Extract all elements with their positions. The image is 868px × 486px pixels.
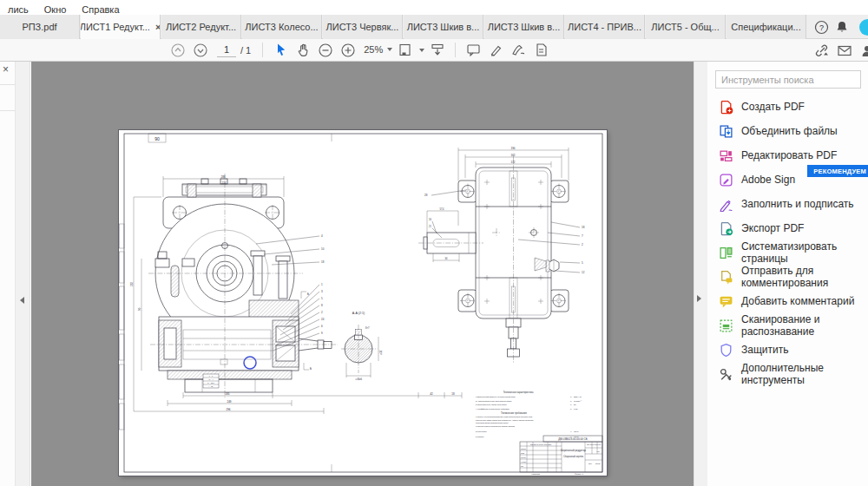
svg-text:2: 2	[321, 311, 323, 314]
document-tab[interactable]: ЛИСТ5 - Общ...	[646, 15, 726, 39]
svg-text:1 Степень точности изготовлени: 1 Степень точности изготовления червячно…	[476, 416, 533, 417]
adobe-sign-icon	[719, 173, 733, 187]
document-tab[interactable]: ЛИСТ3 Шкив в...	[484, 15, 564, 39]
svg-text:2: 2	[582, 243, 583, 246]
highlight-tool-button[interactable]	[484, 41, 507, 60]
profile-button[interactable]	[856, 41, 868, 60]
technical-notes: Техническая характеристика 1 Вращающий м…	[476, 391, 582, 438]
hand-icon	[296, 43, 311, 57]
chevron-down-icon	[419, 49, 424, 52]
svg-text:8×7: 8×7	[365, 326, 370, 330]
zoom-in-button[interactable]	[337, 41, 359, 60]
comment-bubble-icon	[466, 43, 481, 57]
sidebar-item-scan-ocr[interactable]: Сканирование и распознавание	[707, 313, 868, 338]
sidebar-item-add-comment[interactable]: Добавить комментарий	[707, 289, 868, 313]
create-pdf-icon	[719, 100, 733, 115]
highlighter-icon	[489, 43, 503, 57]
select-cursor-icon	[273, 43, 288, 57]
sidebar-item-send-for-comments[interactable]: Отправить для комментирования	[707, 265, 868, 289]
menu-item-truncated[interactable]: лись	[0, 4, 36, 15]
svg-text:Б: Б	[310, 367, 312, 371]
svg-text:224: 224	[221, 181, 226, 185]
svg-text:34: 34	[445, 257, 448, 260]
document-tab-active[interactable]: ЛИСТ1 Редукт... ×	[81, 15, 161, 39]
svg-text:Червячный редуктор: Червячный редуктор	[561, 449, 586, 452]
sidebar-item-fill-sign[interactable]: Заполнить и подписать	[707, 192, 868, 216]
left-panel-rail	[16, 62, 30, 486]
svg-text:90: 90	[155, 136, 160, 141]
collapse-left-handle[interactable]	[20, 297, 24, 304]
user-avatar[interactable]	[859, 19, 868, 36]
expand-right-handle[interactable]	[697, 295, 701, 302]
svg-text:18: 18	[451, 392, 455, 396]
page-total-label: / 1	[240, 45, 251, 56]
svg-text:Лист: Лист	[589, 463, 592, 464]
sidebar-item-combine-files[interactable]: Объединить файлы	[707, 119, 868, 143]
sidebar-item-more-tools[interactable]: Дополнительные инструменты	[707, 362, 868, 386]
share-link-button[interactable]	[811, 41, 833, 60]
zoom-out-button[interactable]	[314, 41, 337, 60]
sidebar-item-adobe-sign[interactable]: Adobe Sign	[707, 167, 868, 192]
comment-tool-button[interactable]	[462, 41, 484, 60]
document-tab[interactable]: РПЗ.pdf	[0, 15, 80, 39]
zoom-level-dropdown[interactable]: 25%	[364, 44, 392, 56]
gear-table: z = 1 m = 4 q = 12,5 i = 20	[203, 374, 219, 388]
svg-text:3 Рабочие поверхности манжет с: 3 Рабочие поверхности манжет смазать мас…	[476, 425, 516, 427]
svg-text:?: ?	[819, 23, 823, 32]
scroll-mode-button[interactable]	[426, 41, 449, 60]
email-button[interactable]	[833, 41, 856, 60]
select-tool-button[interactable]	[269, 41, 292, 60]
svg-text:1 Вращающий момент на тихоходн: 1 Вращающий момент на тихоходном валу	[476, 396, 516, 397]
more-tools-icon	[719, 367, 733, 382]
tab-close-icon[interactable]: ×	[155, 22, 161, 32]
notifications-button[interactable]	[832, 16, 852, 37]
section-detail-view: А-А (2:1) 8×7 ∅30к6 ∅35	[341, 312, 383, 381]
document-tab[interactable]: ЛИСТ3 Колесо...	[242, 15, 322, 39]
menu-item-window[interactable]: Окно	[36, 4, 75, 15]
sidebar-item-organize-pages[interactable]: Систематизировать страницы	[707, 240, 868, 265]
svg-text:6: 6	[321, 325, 323, 328]
close-panel-icon[interactable]: ×	[3, 63, 9, 76]
svg-text:3: 3	[321, 290, 323, 293]
document-tab[interactable]: ЛИСТ3 Шкив в...	[404, 15, 483, 39]
document-tab[interactable]: ЛИСТ3 Червяк...	[323, 15, 403, 39]
page-number-input[interactable]	[217, 43, 236, 57]
svg-text:21: 21	[429, 225, 431, 228]
tools-search-input[interactable]	[715, 70, 861, 89]
svg-text:132: 132	[510, 161, 515, 164]
svg-text:Т.контр.: Т.контр.	[521, 456, 527, 458]
svg-text:7: 7	[582, 234, 583, 238]
sidebar-item-edit-pdf[interactable]: Редактировать PDF	[707, 143, 868, 167]
sidebar-item-create-pdf[interactable]: Создать PDF	[707, 95, 868, 119]
svg-text:8: 8	[321, 304, 323, 307]
svg-text:1:2: 1:2	[597, 450, 601, 452]
forms-tool-button[interactable]	[529, 41, 552, 60]
svg-text:190: 190	[510, 147, 515, 150]
sidebar-item-export-pdf[interactable]: Экспорт PDF	[707, 216, 868, 240]
svg-text:i = 20: i = 20	[209, 385, 214, 387]
svg-text:4: 4	[321, 234, 323, 238]
svg-text:Техническая характеристика: Техническая характеристика	[503, 391, 534, 394]
document-canvas[interactable]: 90	[31, 62, 694, 486]
page-fit-dropdown[interactable]	[397, 41, 426, 60]
top-view	[418, 156, 569, 363]
help-button[interactable]: ?	[811, 16, 832, 37]
document-tab[interactable]: ЛИСТ4 - ПРИВ...	[565, 15, 645, 39]
document-tab[interactable]: ЛИСТ2 Редукт...	[161, 15, 241, 39]
menu-item-help[interactable]: Справка	[74, 4, 127, 15]
person-icon	[859, 43, 868, 58]
bell-icon	[835, 20, 849, 34]
forms-page-icon	[534, 43, 549, 57]
svg-text:Т = 282 Н·м: Т = 282 Н·м	[570, 396, 582, 397]
svg-text:ДМ-03В023-00.00.00 СБ: ДМ-03В023-00.00.00 СБ	[558, 437, 588, 441]
svg-text:Н.контр.: Н.контр.	[521, 461, 527, 463]
hand-tool-button[interactable]	[292, 41, 314, 60]
svg-text:90: 90	[138, 307, 141, 311]
document-tab[interactable]: Спецификаци...	[727, 15, 806, 39]
page-up-button[interactable]	[167, 41, 189, 60]
right-panel-rail	[694, 62, 707, 486]
protect-shield-icon	[719, 343, 733, 358]
sidebar-item-protect[interactable]: Защитить	[707, 338, 868, 362]
sign-tool-button[interactable]	[507, 41, 529, 60]
page-down-button[interactable]	[189, 41, 212, 60]
